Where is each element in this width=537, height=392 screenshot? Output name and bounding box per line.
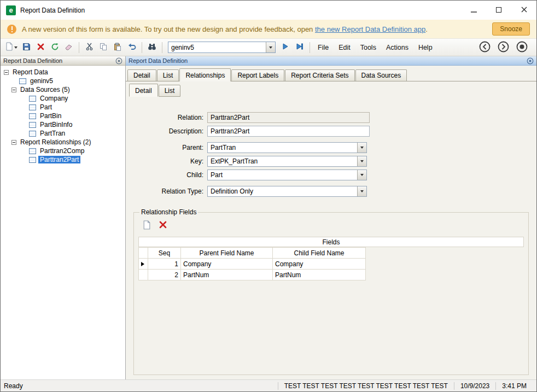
combo-dropdown-button[interactable] xyxy=(266,42,275,52)
maximize-icon xyxy=(496,7,501,14)
relation-type-dropdown[interactable]: Definition Only xyxy=(207,186,367,197)
table-row[interactable]: 1 Company Company xyxy=(139,259,366,270)
tab-list[interactable]: List xyxy=(157,69,179,81)
forward-button[interactable] xyxy=(497,41,510,54)
relationship-fields-group: Relationship Fields Fields xyxy=(133,208,529,375)
tree-item-report-data[interactable]: Report Data xyxy=(1,68,125,77)
add-field-row-button[interactable] xyxy=(139,219,153,232)
clear-button[interactable] xyxy=(62,41,75,54)
delete-button[interactable] xyxy=(34,41,47,54)
tree-item-part[interactable]: Part xyxy=(1,103,125,112)
collapse-icon[interactable] xyxy=(4,70,9,75)
table-icon xyxy=(29,131,36,137)
undo-icon xyxy=(128,43,136,52)
parent-dropdown[interactable]: PartTran xyxy=(207,142,367,153)
new-app-link[interactable]: the new Report Data Definition app xyxy=(315,25,425,33)
subtab-detail[interactable]: Detail xyxy=(129,84,158,97)
tree-item-parttran[interactable]: PartTran xyxy=(1,129,125,138)
new-document-dropdown-icon[interactable] xyxy=(14,46,17,49)
tree-item-partbin[interactable]: PartBin xyxy=(1,112,125,120)
undo-button[interactable] xyxy=(125,41,138,54)
menu-tools[interactable]: Tools xyxy=(356,44,381,51)
column-header-parent-field[interactable]: Parent Field Name xyxy=(181,248,273,259)
binoculars-icon xyxy=(148,43,156,52)
delete-field-row-button[interactable] xyxy=(156,219,170,232)
table-row[interactable]: 2 PartNum PartNum xyxy=(139,270,366,280)
dropdown-arrow-button[interactable] xyxy=(357,186,366,196)
row-selector-cell[interactable] xyxy=(139,259,148,270)
paste-button[interactable] xyxy=(111,41,124,54)
new-document-button[interactable] xyxy=(4,41,19,54)
table-icon xyxy=(29,113,36,119)
eraser-icon xyxy=(65,43,73,52)
column-header-seq[interactable]: Seq xyxy=(148,248,181,259)
panel-pin-icon[interactable] xyxy=(527,57,534,65)
description-input[interactable] xyxy=(207,126,370,137)
next-record-button[interactable] xyxy=(279,41,292,54)
menu-actions[interactable]: Actions xyxy=(382,44,413,51)
definition-tree: Report Data geninv5 Data Sources (5) Com… xyxy=(1,66,125,379)
tab-report-labels[interactable]: Report Labels xyxy=(231,69,284,81)
table-icon xyxy=(29,96,36,102)
row-selector-cell[interactable] xyxy=(139,270,148,280)
tree-item-data-sources[interactable]: Data Sources (5) xyxy=(1,85,125,94)
refresh-button[interactable] xyxy=(48,41,61,54)
tree-item-report-relationships[interactable]: Report Relationships (2) xyxy=(1,138,125,147)
toolbar-separator xyxy=(142,42,142,53)
snooze-button[interactable]: Snooze xyxy=(492,22,530,36)
panel-pin-icon[interactable] xyxy=(115,57,122,65)
dropdown-arrow-button[interactable] xyxy=(357,143,366,153)
tree-item-partbininfo[interactable]: PartBinInfo xyxy=(1,120,125,129)
minimize-button[interactable] xyxy=(461,1,486,20)
menu-file[interactable]: File xyxy=(313,44,333,51)
save-button[interactable] xyxy=(20,41,33,54)
tab-relationships[interactable]: Relationships xyxy=(179,68,231,81)
status-separator xyxy=(454,382,454,390)
window-title: Report Data Definition xyxy=(20,7,85,14)
last-record-button[interactable] xyxy=(293,41,306,54)
back-button[interactable] xyxy=(478,41,492,54)
menu-help[interactable]: Help xyxy=(414,44,437,51)
chevron-down-icon xyxy=(360,160,364,162)
collapse-icon[interactable] xyxy=(11,140,16,145)
parent-label: Parent: xyxy=(133,144,203,151)
row-selector-header xyxy=(139,248,148,259)
collapse-icon[interactable] xyxy=(11,87,16,92)
app-logo-icon: e xyxy=(6,5,16,15)
menu-edit[interactable]: Edit xyxy=(334,44,355,51)
tree-item-parttran2part[interactable]: Parttran2Part xyxy=(1,155,125,164)
definition-combo-input[interactable] xyxy=(168,42,266,52)
paste-icon xyxy=(114,43,121,52)
tab-data-sources[interactable]: Data Sources xyxy=(355,69,407,81)
tab-report-criteria-sets[interactable]: Report Criteria Sets xyxy=(285,69,354,81)
back-circle-icon xyxy=(479,41,491,54)
close-button[interactable] xyxy=(511,1,536,20)
tree-item-company[interactable]: Company xyxy=(1,94,125,103)
copy-button[interactable] xyxy=(97,41,110,54)
relation-input[interactable] xyxy=(207,112,370,123)
body-area: Report Data Definition Report Data genin… xyxy=(1,56,536,379)
cut-button[interactable] xyxy=(83,41,96,54)
main-toolbar: File Edit Tools Actions Help xyxy=(1,38,536,56)
record-button[interactable] xyxy=(515,41,529,54)
key-dropdown[interactable]: ExtPK_PartTran xyxy=(207,156,367,167)
chevron-down-icon xyxy=(269,46,272,49)
column-header-child-field[interactable]: Child Field Name xyxy=(273,248,366,259)
status-time: 3:41 PM xyxy=(502,382,527,390)
relationship-fields-table: Seq Parent Field Name Child Field Name 1… xyxy=(138,247,366,280)
minimize-icon xyxy=(471,7,477,14)
description-label: Description: xyxy=(133,127,203,135)
maximize-button[interactable] xyxy=(486,1,511,20)
dropdown-arrow-button[interactable] xyxy=(357,170,366,180)
definition-combo[interactable] xyxy=(168,42,276,53)
tree-item-parttran2comp[interactable]: Parttran2Comp xyxy=(1,147,125,155)
tab-detail[interactable]: Detail xyxy=(127,69,156,81)
dropdown-arrow-button[interactable] xyxy=(357,156,366,166)
subtab-list[interactable]: List xyxy=(159,85,181,97)
chevron-down-icon xyxy=(360,190,364,192)
tree-item-geninv5[interactable]: geninv5 xyxy=(1,77,125,85)
grid-toolbar xyxy=(139,219,524,232)
search-button[interactable] xyxy=(145,41,159,54)
main-tabs: Detail List Relationships Report Labels … xyxy=(126,66,536,81)
child-dropdown[interactable]: Part xyxy=(207,169,367,180)
